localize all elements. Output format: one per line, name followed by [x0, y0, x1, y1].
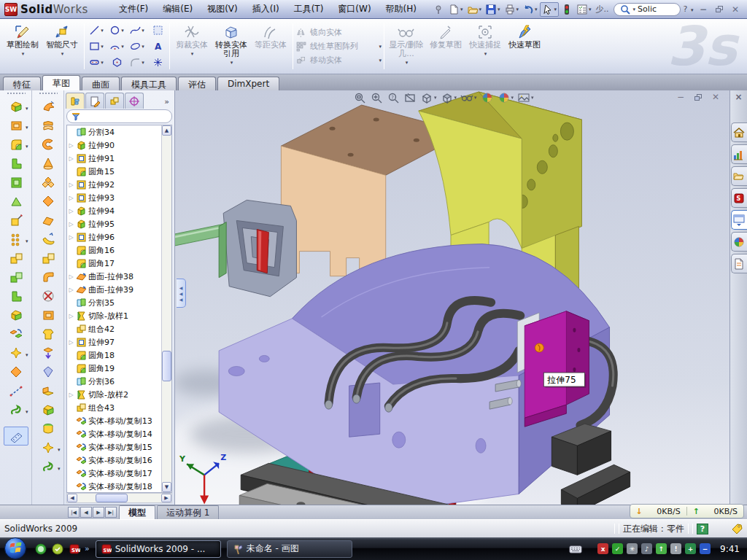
- tree-item[interactable]: 组合42: [67, 322, 171, 335]
- solidworks-icon[interactable]: SW: [69, 543, 80, 555]
- expand-arrow-icon[interactable]: ▷: [68, 195, 74, 201]
- tree-filter-input[interactable]: [66, 109, 172, 123]
- tree-item[interactable]: 圆角17: [67, 257, 171, 270]
- surface-tool-b3-icon[interactable]: [36, 135, 61, 154]
- mold-tool-a15-icon[interactable]: [4, 362, 28, 381]
- security-red-icon[interactable]: x: [597, 543, 608, 554]
- sketch-arc-button[interactable]: ▾: [107, 39, 126, 55]
- tab-草图[interactable]: 草图: [42, 75, 80, 90]
- mold-tool-a10-icon[interactable]: [4, 268, 28, 287]
- print-icon[interactable]: ▾: [503, 3, 521, 16]
- blocked-blue-icon[interactable]: −: [700, 543, 711, 554]
- security-green-icon[interactable]: ✓: [612, 543, 623, 554]
- restore-button[interactable]: [713, 4, 725, 15]
- cm-smartdim-button[interactable]: 智能尺寸▾: [42, 21, 82, 72]
- tree-item[interactable]: ▷拉伸95: [67, 217, 171, 230]
- tree-item[interactable]: ▷切除-放样1: [67, 309, 171, 322]
- menu-item[interactable]: 帮助(H): [379, 1, 424, 17]
- sketch-rectangle-button[interactable]: ▾: [87, 39, 106, 55]
- tab-特征[interactable]: 特征: [3, 77, 41, 90]
- tab-DimXpert[interactable]: DimXpert: [217, 77, 279, 90]
- tree-item[interactable]: 分割34: [67, 125, 171, 139]
- menu-item[interactable]: 视图(V): [200, 1, 245, 17]
- doc-close-button[interactable]: ✕: [711, 92, 721, 102]
- tree-item[interactable]: ▷拉伸92: [67, 178, 171, 191]
- surface-tool-b1-icon[interactable]: [36, 97, 61, 116]
- sketch-slot-button[interactable]: ▾: [87, 55, 106, 71]
- menu-item[interactable]: 工具(T): [287, 1, 331, 17]
- tree-horizontal-scrollbar[interactable]: ◀ ▶: [66, 493, 172, 503]
- hide-show-items-icon[interactable]: ▾: [460, 91, 477, 104]
- tree-item[interactable]: 实体-移动/复制18: [67, 480, 171, 493]
- surface-tool-b19-icon[interactable]: ▾: [36, 438, 61, 457]
- close-button[interactable]: ✕: [729, 4, 741, 15]
- sheet-nav-button[interactable]: ▶: [93, 507, 104, 518]
- tree-item[interactable]: ▷拉伸97: [67, 335, 171, 349]
- surface-tool-b15-icon[interactable]: [36, 362, 61, 381]
- scroll-up-icon[interactable]: ▲: [162, 125, 171, 136]
- sketch-spline-button[interactable]: ▾: [128, 23, 147, 39]
- toolbar-drag-handle[interactable]: [7, 92, 26, 96]
- surface-tool-b8-icon[interactable]: [36, 230, 61, 249]
- panel-splitter-handle[interactable]: ◀◀◀: [177, 279, 186, 308]
- surface-tool-b17-icon[interactable]: [36, 400, 61, 419]
- toolbar-drag-handle[interactable]: [39, 92, 58, 96]
- appearance-icon[interactable]: [481, 91, 494, 104]
- undo-icon[interactable]: ▾: [521, 3, 539, 16]
- viewport-3d-scene[interactable]: Y Z X 拉伸75: [175, 90, 729, 505]
- design-library-tab[interactable]: [731, 144, 747, 164]
- surface-tool-b7-icon[interactable]: [36, 211, 61, 230]
- expand-arrow-icon[interactable]: ▷: [68, 221, 74, 228]
- tree-item[interactable]: 组合43: [67, 401, 171, 414]
- doc-restore-button[interactable]: [693, 92, 703, 102]
- select-cursor-icon[interactable]: ▾: [540, 2, 560, 17]
- sheet-nav-button[interactable]: ◀: [80, 507, 92, 518]
- section-view-icon[interactable]: [403, 91, 417, 104]
- tree-item[interactable]: 实体-移动/复制15: [67, 440, 171, 454]
- task-pane-close-icon[interactable]: ×: [735, 92, 742, 102]
- updater-icon[interactable]: ✳: [627, 543, 638, 554]
- tree-item[interactable]: 圆角15: [67, 165, 171, 178]
- surface-tool-b13-icon[interactable]: [36, 324, 61, 343]
- surface-tool-b11-icon[interactable]: [36, 287, 61, 306]
- tree-item[interactable]: 分割35: [67, 296, 171, 309]
- tag-icon[interactable]: [731, 523, 743, 534]
- sketch-circle-button[interactable]: ▾: [107, 23, 126, 39]
- vscroll-thumb[interactable]: [162, 351, 171, 381]
- scene-icon[interactable]: ▾: [498, 91, 514, 104]
- expand-arrow-icon[interactable]: ▷: [68, 313, 74, 319]
- tree-item[interactable]: 圆角19: [67, 362, 171, 375]
- expand-arrow-icon[interactable]: ▷: [68, 155, 74, 162]
- tree-item[interactable]: ▷拉伸91: [67, 152, 171, 165]
- sketch-text-button[interactable]: A: [148, 39, 167, 55]
- mold-tool-a4-icon[interactable]: [4, 154, 28, 173]
- messenger-icon[interactable]: [35, 543, 47, 555]
- surface-tool-b16-icon[interactable]: [36, 381, 61, 400]
- tree-vertical-scrollbar[interactable]: ▲▼: [161, 125, 171, 492]
- tree-item[interactable]: ▷拉伸93: [67, 191, 171, 204]
- sketch-select-box-button[interactable]: [148, 23, 167, 39]
- sync-green-icon[interactable]: ↑: [656, 543, 667, 554]
- new-file-icon[interactable]: ▾: [446, 3, 465, 16]
- model-side-core[interactable]: [219, 200, 296, 296]
- view-orientation-icon[interactable]: ▾: [420, 91, 437, 104]
- expand-arrow-icon[interactable]: ▷: [68, 142, 74, 149]
- sw-resources-tab[interactable]: S: [731, 188, 747, 208]
- help-menu[interactable]: ? ▾: [684, 4, 694, 14]
- graphics-viewport[interactable]: Y Z X 拉伸75 ?▾▾▾▾▾ − ✕: [175, 90, 729, 505]
- scroll-right-icon[interactable]: ▶: [161, 494, 171, 502]
- traffic-light-icon[interactable]: [560, 3, 574, 16]
- surface-tool-b14-icon[interactable]: [36, 343, 61, 362]
- bottom-tab-模型[interactable]: 模型: [119, 505, 155, 519]
- expand-arrow-icon[interactable]: ▷: [68, 339, 74, 346]
- tree-item[interactable]: 圆角16: [67, 244, 171, 257]
- cm-rapid-button[interactable]: 快速草图: [505, 21, 544, 72]
- toolbar-overflow-label[interactable]: 少..: [596, 4, 609, 15]
- surface-tool-b20-icon[interactable]: ▾: [36, 457, 61, 476]
- taskbar-button-paint[interactable]: 未命名 - 画图: [227, 540, 352, 558]
- sketch-polygon-button[interactable]: [107, 55, 126, 71]
- save-icon[interactable]: ▾: [484, 3, 502, 16]
- search-input[interactable]: ▾ Solic: [614, 3, 681, 16]
- sketch-sketch-fillet-button[interactable]: ▾: [128, 55, 147, 71]
- bottom-tab-运动算例 1[interactable]: 运动算例 1: [157, 505, 219, 519]
